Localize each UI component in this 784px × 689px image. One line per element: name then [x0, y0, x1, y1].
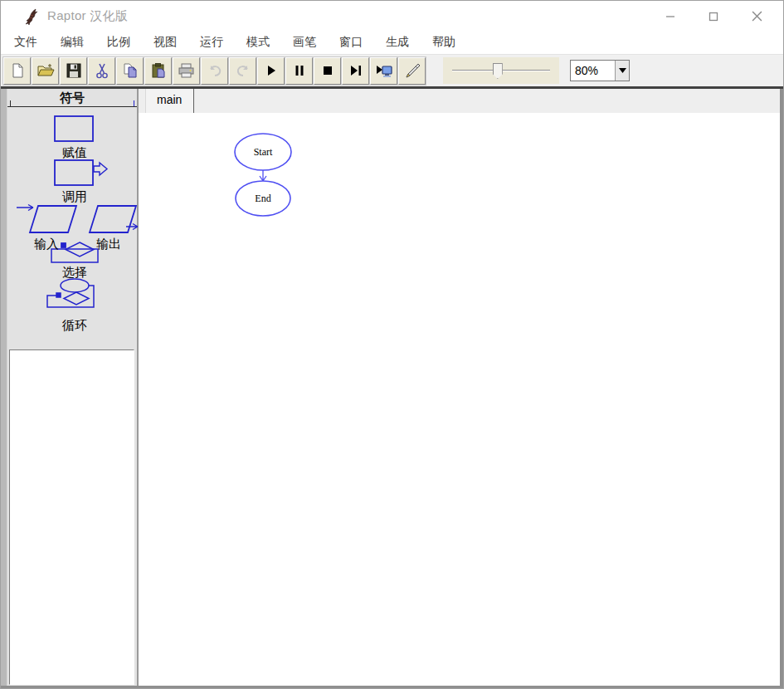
content-area: 符号 [1, 86, 783, 688]
zoom-value[interactable]: 80% [571, 61, 615, 81]
tab-strip: main [139, 89, 780, 113]
undo-button[interactable] [201, 57, 228, 85]
toolbar: 80% [1, 54, 783, 86]
tab-main[interactable]: main [145, 89, 194, 113]
input-label: 输入 [17, 237, 75, 252]
pause-icon [293, 64, 306, 77]
save-floppy-icon [66, 62, 82, 79]
raptor-logo-icon [23, 7, 40, 26]
app-window: Raptor 汉化版 文件 编辑 比例 视图 运行 模式 画笔 窗口 生成 帮助 [0, 0, 784, 689]
run-to-end-icon [375, 62, 393, 79]
loop-symbol[interactable] [47, 279, 94, 307]
assignment-label: 赋值 [46, 145, 104, 161]
zoom-dropdown-button[interactable] [615, 61, 629, 81]
menu-window[interactable]: 窗口 [328, 32, 374, 54]
input-arrow-icon [17, 205, 33, 211]
zoom-slider[interactable] [443, 57, 559, 84]
new-file-icon [9, 62, 26, 79]
run-to-end-button[interactable] [370, 57, 397, 85]
stop-icon [321, 64, 334, 77]
maximize-icon [709, 12, 718, 22]
menu-scale[interactable]: 比例 [95, 32, 142, 54]
start-node-label: Start [254, 146, 273, 158]
menu-edit[interactable]: 编辑 [49, 32, 95, 54]
window-title: Raptor 汉化版 [47, 8, 128, 24]
canvas-area: main Start End [139, 89, 780, 688]
loop-label: 循环 [46, 318, 104, 334]
save-button[interactable] [60, 57, 87, 85]
print-button[interactable] [173, 57, 200, 85]
toolbar-gap [426, 71, 443, 71]
minimize-icon [665, 12, 675, 22]
header-rule-tick-left [10, 100, 11, 106]
window-bottom-edge [1, 686, 783, 688]
step-icon [348, 64, 363, 77]
run-button[interactable] [257, 57, 285, 85]
flowchart-canvas[interactable]: Start End [139, 113, 780, 688]
close-icon [752, 11, 762, 22]
pen-button[interactable] [398, 57, 426, 85]
maximize-button[interactable] [692, 1, 735, 32]
call-label: 调用 [46, 189, 104, 205]
menu-file[interactable]: 文件 [2, 32, 49, 54]
cut-button[interactable] [88, 57, 115, 85]
redo-icon [235, 63, 251, 78]
pause-button[interactable] [285, 57, 313, 85]
toolbar-gap2 [559, 71, 570, 71]
end-node-label: End [255, 193, 270, 204]
output-label: 输出 [80, 237, 138, 252]
copy-icon [122, 62, 139, 79]
minimize-button[interactable] [649, 1, 692, 32]
paste-clipboard-icon [150, 62, 167, 79]
menu-mode[interactable]: 模式 [235, 32, 281, 54]
chevron-down-icon [619, 68, 626, 73]
redo-button[interactable] [229, 57, 256, 85]
symbols-header: 符号 [7, 89, 137, 107]
window-controls [649, 1, 778, 32]
new-button[interactable] [3, 57, 31, 85]
input-symbol[interactable] [30, 206, 76, 232]
copy-button[interactable] [116, 57, 144, 85]
open-folder-icon [37, 62, 55, 79]
flow-connector-arrow [260, 170, 266, 181]
output-arrow-icon [126, 224, 138, 230]
flowchart: Start End [139, 113, 470, 279]
run-play-icon [265, 64, 278, 77]
symbols-sidebar: 符号 [7, 89, 139, 688]
zoom-slider-thumb[interactable] [493, 63, 503, 79]
pen-icon [403, 61, 421, 80]
selection-label: 选择 [46, 265, 104, 281]
window-left-edge [1, 89, 7, 688]
header-rule-tick-right [134, 100, 134, 106]
symbols-header-label: 符号 [60, 90, 85, 105]
menu-view[interactable]: 视图 [142, 32, 188, 54]
close-button[interactable] [735, 1, 778, 32]
menu-generate[interactable]: 生成 [374, 32, 421, 54]
zoom-combobox[interactable]: 80% [570, 60, 630, 81]
cut-scissors-icon [95, 62, 110, 79]
title-bar: Raptor 汉化版 [1, 1, 783, 32]
menu-pen[interactable]: 画笔 [281, 32, 328, 54]
output-symbol[interactable] [90, 206, 136, 232]
assignment-symbol[interactable] [55, 116, 93, 141]
menu-bar: 文件 编辑 比例 视图 运行 模式 画笔 窗口 生成 帮助 [1, 32, 783, 54]
watch-panel [9, 349, 134, 685]
undo-icon [207, 63, 223, 78]
print-icon [178, 62, 195, 79]
step-button[interactable] [342, 57, 369, 85]
menu-run[interactable]: 运行 [188, 32, 235, 54]
open-button[interactable] [32, 57, 59, 85]
stop-button[interactable] [314, 57, 341, 85]
menu-help[interactable]: 帮助 [421, 32, 467, 54]
paste-button[interactable] [144, 57, 172, 85]
call-arrow-icon [94, 163, 107, 175]
window-right-edge [780, 89, 783, 688]
call-symbol[interactable] [55, 160, 93, 185]
symbol-shapes [7, 107, 139, 349]
